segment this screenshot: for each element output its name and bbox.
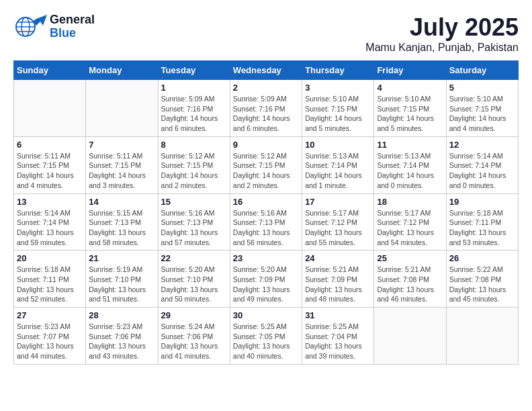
day-info: Sunrise: 5:09 AM Sunset: 7:16 PM Dayligh… (161, 94, 227, 134)
day-info: Sunrise: 5:17 AM Sunset: 7:12 PM Dayligh… (377, 208, 443, 248)
calendar-cell: 9Sunrise: 5:12 AM Sunset: 7:15 PM Daylig… (230, 136, 302, 193)
calendar-cell: 23Sunrise: 5:20 AM Sunset: 7:09 PM Dayli… (230, 250, 302, 308)
day-info: Sunrise: 5:24 AM Sunset: 7:06 PM Dayligh… (161, 322, 227, 361)
day-info: Sunrise: 5:23 AM Sunset: 7:07 PM Dayligh… (17, 322, 83, 361)
day-info: Sunrise: 5:20 AM Sunset: 7:10 PM Dayligh… (161, 265, 227, 304)
calendar-cell: 1Sunrise: 5:09 AM Sunset: 7:16 PM Daylig… (158, 80, 230, 137)
calendar-week-2: 6Sunrise: 5:11 AM Sunset: 7:15 PM Daylig… (14, 136, 519, 193)
day-number: 29 (161, 310, 227, 320)
day-number: 26 (449, 253, 515, 263)
day-info: Sunrise: 5:10 AM Sunset: 7:15 PM Dayligh… (377, 94, 443, 134)
day-number: 31 (305, 310, 371, 320)
page-header: General Blue July 2025 Mamu Kanjan, Punj… (13, 13, 519, 54)
calendar-cell: 2Sunrise: 5:09 AM Sunset: 7:16 PM Daylig… (230, 80, 302, 137)
weekday-header-thursday: Thursday (302, 61, 374, 80)
calendar-week-3: 13Sunrise: 5:14 AM Sunset: 7:14 PM Dayli… (14, 193, 519, 250)
day-info: Sunrise: 5:15 AM Sunset: 7:13 PM Dayligh… (89, 208, 154, 248)
day-number: 5 (449, 83, 515, 93)
day-info: Sunrise: 5:12 AM Sunset: 7:15 PM Dayligh… (233, 151, 299, 191)
calendar-cell (14, 80, 86, 137)
day-number: 16 (233, 197, 299, 207)
day-number: 12 (449, 140, 515, 150)
calendar-cell: 22Sunrise: 5:20 AM Sunset: 7:10 PM Dayli… (158, 250, 230, 308)
day-number: 15 (161, 197, 227, 207)
calendar-cell: 14Sunrise: 5:15 AM Sunset: 7:13 PM Dayli… (86, 193, 158, 250)
calendar-cell: 4Sunrise: 5:10 AM Sunset: 7:15 PM Daylig… (374, 80, 446, 137)
day-number: 27 (17, 310, 83, 320)
day-info: Sunrise: 5:18 AM Sunset: 7:11 PM Dayligh… (17, 265, 83, 304)
day-info: Sunrise: 5:10 AM Sunset: 7:15 PM Dayligh… (305, 94, 371, 134)
calendar-cell: 7Sunrise: 5:11 AM Sunset: 7:15 PM Daylig… (86, 136, 158, 193)
day-number: 20 (17, 253, 83, 263)
calendar-cell: 8Sunrise: 5:12 AM Sunset: 7:15 PM Daylig… (158, 136, 230, 193)
calendar-cell: 27Sunrise: 5:23 AM Sunset: 7:07 PM Dayli… (14, 308, 86, 365)
logo: General Blue (13, 13, 95, 40)
day-number: 17 (305, 197, 371, 207)
calendar-cell: 26Sunrise: 5:22 AM Sunset: 7:08 PM Dayli… (446, 250, 518, 308)
day-number: 8 (161, 140, 227, 150)
day-info: Sunrise: 5:25 AM Sunset: 7:05 PM Dayligh… (233, 322, 299, 361)
day-info: Sunrise: 5:14 AM Sunset: 7:14 PM Dayligh… (449, 151, 515, 191)
calendar-cell: 24Sunrise: 5:21 AM Sunset: 7:09 PM Dayli… (302, 250, 374, 308)
day-number: 18 (377, 197, 443, 207)
day-number: 1 (161, 83, 227, 93)
calendar-cell: 12Sunrise: 5:14 AM Sunset: 7:14 PM Dayli… (446, 136, 518, 193)
calendar-cell: 30Sunrise: 5:25 AM Sunset: 7:05 PM Dayli… (230, 308, 302, 365)
calendar-table: SundayMondayTuesdayWednesdayThursdayFrid… (13, 60, 519, 365)
day-info: Sunrise: 5:11 AM Sunset: 7:15 PM Dayligh… (17, 151, 83, 191)
day-info: Sunrise: 5:14 AM Sunset: 7:14 PM Dayligh… (17, 208, 83, 248)
day-number: 2 (233, 83, 299, 93)
day-number: 24 (305, 253, 371, 263)
logo-label: General Blue (50, 13, 95, 40)
day-info: Sunrise: 5:21 AM Sunset: 7:08 PM Dayligh… (377, 265, 443, 304)
weekday-header-tuesday: Tuesday (158, 61, 230, 80)
logo-icon (13, 13, 47, 40)
calendar-cell: 17Sunrise: 5:17 AM Sunset: 7:12 PM Dayli… (302, 193, 374, 250)
calendar-cell (86, 80, 158, 137)
day-number: 4 (377, 83, 443, 93)
day-number: 22 (161, 253, 227, 263)
calendar-cell (374, 308, 446, 365)
weekday-header-sunday: Sunday (14, 61, 86, 80)
day-number: 23 (233, 253, 299, 263)
day-number: 19 (449, 197, 515, 207)
weekday-header-friday: Friday (374, 61, 446, 80)
calendar-cell: 20Sunrise: 5:18 AM Sunset: 7:11 PM Dayli… (14, 250, 86, 308)
day-number: 9 (233, 140, 299, 150)
day-info: Sunrise: 5:13 AM Sunset: 7:14 PM Dayligh… (377, 151, 443, 191)
day-number: 7 (89, 140, 154, 150)
weekday-header-wednesday: Wednesday (230, 61, 302, 80)
day-number: 11 (377, 140, 443, 150)
day-info: Sunrise: 5:25 AM Sunset: 7:04 PM Dayligh… (305, 322, 371, 361)
location-title: Mamu Kanjan, Punjab, Pakistan (365, 42, 519, 54)
day-number: 21 (89, 253, 154, 263)
weekday-header-saturday: Saturday (446, 61, 518, 80)
day-number: 6 (17, 140, 83, 150)
calendar-week-5: 27Sunrise: 5:23 AM Sunset: 7:07 PM Dayli… (14, 308, 519, 365)
calendar-cell: 16Sunrise: 5:16 AM Sunset: 7:13 PM Dayli… (230, 193, 302, 250)
day-info: Sunrise: 5:10 AM Sunset: 7:15 PM Dayligh… (449, 94, 515, 134)
logo-blue-text: Blue (50, 27, 95, 40)
day-info: Sunrise: 5:09 AM Sunset: 7:16 PM Dayligh… (233, 94, 299, 134)
calendar-cell: 11Sunrise: 5:13 AM Sunset: 7:14 PM Dayli… (374, 136, 446, 193)
calendar-cell: 13Sunrise: 5:14 AM Sunset: 7:14 PM Dayli… (14, 193, 86, 250)
day-info: Sunrise: 5:16 AM Sunset: 7:13 PM Dayligh… (161, 208, 227, 248)
calendar-cell: 19Sunrise: 5:18 AM Sunset: 7:11 PM Dayli… (446, 193, 518, 250)
day-number: 3 (305, 83, 371, 93)
day-info: Sunrise: 5:20 AM Sunset: 7:09 PM Dayligh… (233, 265, 299, 304)
day-info: Sunrise: 5:13 AM Sunset: 7:14 PM Dayligh… (305, 151, 371, 191)
calendar-cell: 31Sunrise: 5:25 AM Sunset: 7:04 PM Dayli… (302, 308, 374, 365)
calendar-cell: 5Sunrise: 5:10 AM Sunset: 7:15 PM Daylig… (446, 80, 518, 137)
calendar-cell: 18Sunrise: 5:17 AM Sunset: 7:12 PM Dayli… (374, 193, 446, 250)
day-number: 14 (89, 197, 154, 207)
day-info: Sunrise: 5:22 AM Sunset: 7:08 PM Dayligh… (449, 265, 515, 304)
calendar-cell: 3Sunrise: 5:10 AM Sunset: 7:15 PM Daylig… (302, 80, 374, 137)
day-info: Sunrise: 5:11 AM Sunset: 7:15 PM Dayligh… (89, 151, 154, 191)
calendar-cell: 21Sunrise: 5:19 AM Sunset: 7:10 PM Dayli… (86, 250, 158, 308)
logo-general-text: General (50, 13, 95, 27)
calendar-cell: 15Sunrise: 5:16 AM Sunset: 7:13 PM Dayli… (158, 193, 230, 250)
day-info: Sunrise: 5:16 AM Sunset: 7:13 PM Dayligh… (233, 208, 299, 248)
calendar-cell: 28Sunrise: 5:23 AM Sunset: 7:06 PM Dayli… (86, 308, 158, 365)
title-area: July 2025 Mamu Kanjan, Punjab, Pakistan (365, 13, 519, 54)
calendar-cell: 10Sunrise: 5:13 AM Sunset: 7:14 PM Dayli… (302, 136, 374, 193)
